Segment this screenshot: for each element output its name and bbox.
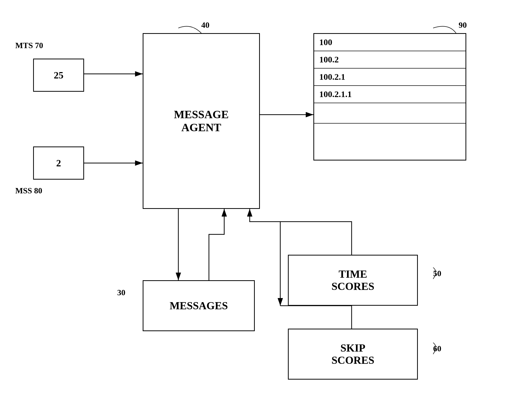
- diagram-container: 40 90 MTS 70 25 MSS 80 2 MESSAGE AGENT 1…: [0, 0, 532, 415]
- table-row-4: 100.2.1.1: [314, 86, 466, 103]
- ref-30-label: 30: [117, 288, 125, 297]
- message-agent-box: MESSAGE AGENT: [143, 33, 260, 209]
- mss-box: 2: [33, 146, 84, 180]
- mts-label: MTS 70: [15, 41, 43, 50]
- table-box-90: 100 100.2 100.2.1 100.2.1.1: [313, 33, 466, 160]
- ref-60-label: 60: [433, 344, 441, 353]
- time-scores-box: TIME SCORES: [288, 255, 418, 306]
- messages-box: MESSAGES: [143, 280, 255, 331]
- mts-box: 25: [33, 59, 84, 92]
- ref-40-label: 40: [201, 20, 209, 30]
- table-row-2: 100.2: [314, 51, 466, 69]
- table-row-1: 100: [314, 34, 466, 51]
- table-row-3: 100.2.1: [314, 69, 466, 86]
- mss-label: MSS 80: [15, 186, 42, 195]
- ref-90-label: 90: [459, 20, 467, 30]
- skip-scores-box: SKIP SCORES: [288, 329, 418, 380]
- ref-50-label: 50: [433, 269, 441, 278]
